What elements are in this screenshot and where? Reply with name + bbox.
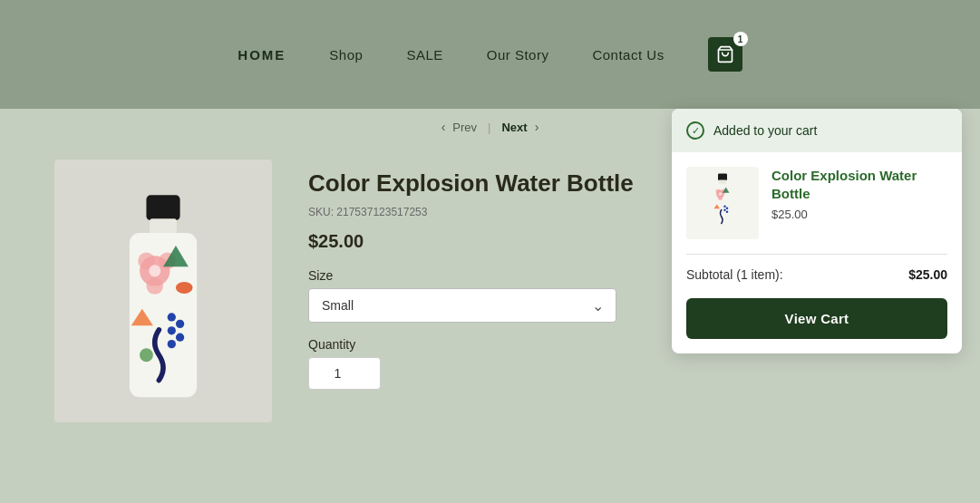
size-select[interactable]: Small Medium Large <box>308 288 616 323</box>
svg-point-25 <box>719 192 723 196</box>
prev-link[interactable]: Prev <box>452 121 477 134</box>
svg-rect-18 <box>718 174 727 181</box>
product-bottle-svg <box>100 187 227 422</box>
svg-point-8 <box>149 265 160 276</box>
cart-button[interactable]: 1 <box>708 37 742 72</box>
svg-point-7 <box>146 277 163 295</box>
svg-point-30 <box>723 209 726 212</box>
prev-chevron-icon: ‹ <box>441 120 446 134</box>
svg-point-31 <box>726 211 729 214</box>
nav-our-story[interactable]: Our Story <box>487 47 549 63</box>
cart-badge: 1 <box>733 32 748 46</box>
next-link[interactable]: Next <box>501 121 527 134</box>
cart-item-price: $25.00 <box>771 208 947 221</box>
sku-value: 217537123517253 <box>336 206 427 218</box>
size-select-wrapper: Small Medium Large ⌄ <box>308 288 616 323</box>
svg-point-24 <box>718 196 723 200</box>
svg-point-11 <box>168 313 176 321</box>
quantity-input[interactable] <box>308 357 381 390</box>
cart-item-row: Color Explosion Water Bottle $25.00 <box>672 152 962 254</box>
cart-dropdown: ✓ Added to your cart <box>672 109 962 353</box>
navbar: HOME Shop SALE Our Story Contact Us 1 <box>0 0 980 109</box>
cart-subtotal-label: Subtotal (1 item): <box>686 267 783 282</box>
cart-subtotal-value: $25.00 <box>908 267 947 282</box>
sku-label: SKU: <box>308 206 336 218</box>
svg-point-13 <box>168 326 176 334</box>
next-chevron-icon: › <box>535 120 539 134</box>
svg-point-29 <box>726 208 729 210</box>
nav-home[interactable]: HOME <box>238 47 286 63</box>
nav-sale[interactable]: SALE <box>406 47 442 63</box>
main-area: ‹ Prev | Next › <box>0 109 980 503</box>
product-image <box>54 160 272 422</box>
svg-point-12 <box>176 320 184 328</box>
svg-point-16 <box>176 282 193 294</box>
svg-rect-1 <box>146 195 180 220</box>
cart-item-thumbnail <box>686 167 759 239</box>
cart-added-header: ✓ Added to your cart <box>672 109 962 152</box>
pagination-divider: | <box>488 121 490 134</box>
nav-contact-us[interactable]: Contact Us <box>592 47 664 63</box>
svg-point-17 <box>140 348 153 362</box>
nav-shop[interactable]: Shop <box>329 47 363 63</box>
cart-item-name: Color Explosion Water Bottle <box>771 167 947 202</box>
cart-added-text: Added to your cart <box>713 123 817 138</box>
view-cart-button[interactable]: View Cart <box>686 298 947 339</box>
cart-subtotal-row: Subtotal (1 item): $25.00 <box>672 255 962 295</box>
svg-point-15 <box>168 340 176 348</box>
cart-item-info: Color Explosion Water Bottle $25.00 <box>771 167 947 221</box>
svg-point-14 <box>176 334 184 342</box>
check-circle-icon: ✓ <box>686 121 704 140</box>
svg-point-28 <box>723 206 726 208</box>
